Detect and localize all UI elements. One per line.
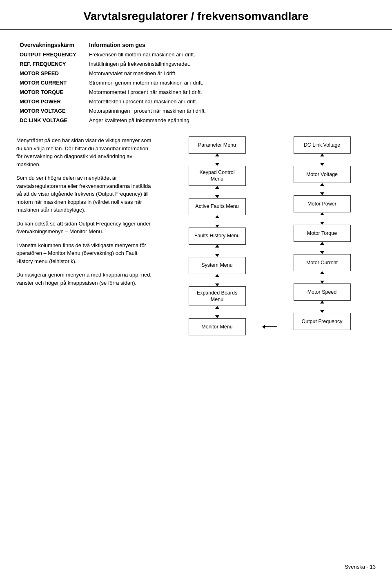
page-header: Varvtalsregulatorer / frekvensomvandlare [0,0,392,30]
arrow-up [215,274,219,277]
table-row: REF. FREQUENCYInställningen på frekvensi… [16,59,376,69]
v-line [322,215,323,222]
flow-item-motor-power: Motor Power [294,195,351,225]
content-area: Övervakningsskärm Information som ges OU… [0,30,392,345]
flow-item-motor-torque: Motor Torque [294,225,351,254]
term-cell: OUTPUT FREQUENCY [16,50,86,59]
arrow-up [320,271,324,274]
arrow-down [320,310,324,313]
v-line [322,156,323,163]
menu-box-output-frequency: Output Frequency [294,313,351,330]
menu-box-motor-power: Motor Power [294,195,351,212]
desc-cell: Strömmen genom motorn när maskinen är i … [86,78,376,87]
menu-box-motor-speed: Motor Speed [294,283,351,301]
term-cell: MOTOR TORQUE [16,87,86,97]
desc-cell: Inställningen på frekvensinställningsvre… [86,59,376,69]
arrow-up [320,154,324,156]
arrow-down [215,195,219,198]
v-connector [215,245,219,257]
page-title: Varvtalsregulatorer / frekvensomvandlare [16,10,376,23]
arrow-up [320,212,324,215]
info-table: Övervakningsskärm Information som ges OU… [16,40,376,125]
arrow-up [215,215,219,218]
flow-diagram: Parameter Menu Keypad Control Menu Activ… [189,136,351,335]
v-line [322,304,323,310]
body-para2: Som du ser i högra delen av menyträdet ä… [16,174,155,214]
arrow-up [320,242,324,245]
arrow-up [215,186,219,189]
main-layout: Menyträdet på den här sidan visar de vik… [16,136,376,335]
flow-item-faults-history-menu: Faults History Menu [189,228,246,257]
arrow-up [215,154,219,156]
body-para1: Menyträdet på den här sidan visar de vik… [16,136,155,168]
menu-box-motor-current: Motor Current [294,254,351,271]
arrow-down [320,192,324,195]
arrow-up [215,245,219,248]
desc-cell: Motormomentet i procent när maskinen är … [86,87,376,97]
v-connector [215,215,219,228]
desc-cell: Motorvarvtalet när maskinen är i drift. [86,69,376,78]
v-line [217,309,218,315]
v-line [217,277,218,283]
left-flow-col: Parameter Menu Keypad Control Menu Activ… [189,136,246,335]
v-line [322,186,323,192]
arrow-down [215,315,219,318]
term-cell: MOTOR SPEED [16,69,86,78]
v-connector [215,306,219,318]
v-connector [320,183,324,195]
arrow-left [262,325,265,329]
desc-cell: Motorspänningen i procent när maskinen ä… [86,106,376,116]
mid-connector-col [262,136,277,335]
menu-box-expanded-boards-menu: Expanded Boards Menu [189,286,246,306]
menu-box-faults-history-menu: Faults History Menu [189,228,246,245]
v-connector [320,242,324,254]
menu-box-keypad-menu: Keypad Control Menu [189,166,246,186]
table-row: MOTOR SPEEDMotorvarvtalet när maskinen ä… [16,69,376,78]
page-footer: Svenska - 13 [345,564,376,570]
arrow-down [320,251,324,254]
menu-box-system-menu: System Menu [189,257,246,274]
term-cell: MOTOR CURRENT [16,78,86,87]
v-connector [215,154,219,166]
desc-cell: Frekvensen till motorn när maskinen är i… [86,50,376,59]
v-line [217,156,218,163]
term-cell: MOTOR POWER [16,97,86,106]
arrow-down [215,163,219,166]
term-cell: DC LINK VOLTAGE [16,116,86,125]
arrow-down [215,225,219,228]
left-column: Menyträdet på den här sidan visar de vik… [16,136,155,292]
body-para5: Du navigerar genom menyerna med knapparn… [16,271,155,287]
v-connector [320,301,324,313]
menu-box-param-menu: Parameter Menu [189,136,246,154]
arrow-down [320,163,324,166]
term-cell: MOTOR VOLTAGE [16,106,86,116]
menu-box-active-faults-menu: Active Faults Menu [189,198,246,215]
v-connector [320,271,324,283]
arrow-down [215,254,219,257]
v-connector [320,154,324,166]
v-line [217,218,218,225]
table-row: DC LINK VOLTAGEAnger kvaliteten på inkom… [16,116,376,125]
flow-item-motor-voltage: Motor Voltage [294,166,351,195]
v-line [322,245,323,251]
arrow-down [215,283,219,286]
footer-text: Svenska - 13 [345,564,376,570]
table-row: MOTOR POWERMotoreffekten i procent när m… [16,97,376,106]
flow-item-output-frequency: Output Frequency [294,313,351,330]
v-connector [215,186,219,198]
flow-item-keypad-menu: Keypad Control Menu [189,166,246,198]
arrow-up [215,306,219,309]
menu-box-motor-torque: Motor Torque [294,225,351,242]
v-connector [320,212,324,225]
v-line [217,248,218,254]
table-header-col1: Övervakningsskärm [16,40,86,50]
desc-cell: Anger kvaliteten på inkommande spänning. [86,116,376,125]
flow-item-monitor-menu: Monitor Menu [189,318,246,335]
flow-item-system-menu: System Menu [189,257,246,286]
flow-item-motor-speed: Motor Speed [294,283,351,313]
body-para3: Du kan också se att sidan Output Frequen… [16,220,155,236]
arrow-down [320,222,324,225]
right-diagram: Parameter Menu Keypad Control Menu Activ… [163,136,376,335]
table-row: MOTOR TORQUEMotormomentet i procent när … [16,87,376,97]
flow-item-expanded-boards-menu: Expanded Boards Menu [189,286,246,319]
